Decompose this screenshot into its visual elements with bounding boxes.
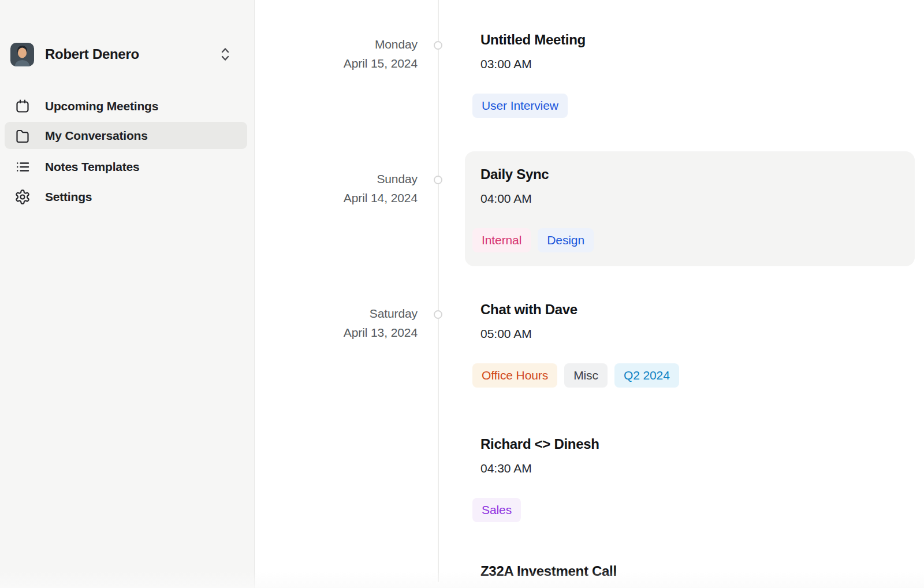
meeting-entry-daily-sync[interactable]: Daily Sync 04:00 AM Internal Design	[465, 151, 915, 266]
sidebar-item-notes-templates[interactable]: Notes Templates	[5, 153, 247, 180]
meeting-time: 04:30 AM	[480, 460, 599, 477]
meeting-tag[interactable]: Internal	[472, 228, 531, 252]
tag-row: Internal Design	[472, 228, 901, 252]
tag-row: Sales	[472, 498, 599, 522]
meeting-title: Daily Sync	[480, 165, 901, 184]
meeting-entry-richard-dinesh[interactable]: Richard <> Dinesh 04:30 AM Sales	[472, 435, 599, 522]
meeting-title: Chat with Dave	[480, 300, 679, 319]
sidebar-item-label: Settings	[45, 190, 92, 204]
list-icon	[14, 159, 31, 175]
avatar	[10, 43, 34, 66]
tag-row: User Interview	[472, 94, 586, 118]
conversations-timeline: Monday April 15, 2024 Sunday April 14, 2…	[255, 0, 924, 588]
meeting-tag[interactable]: Misc	[564, 363, 608, 388]
meeting-title: Richard <> Dinesh	[480, 435, 599, 453]
meeting-entry-z32a-investment-call[interactable]: Z32A Investment Call	[472, 562, 617, 580]
sidebar-item-upcoming-meetings[interactable]: Upcoming Meetings	[5, 92, 247, 120]
meeting-time: 05:00 AM	[480, 326, 679, 342]
meeting-tag[interactable]: Q2 2024	[614, 363, 679, 388]
date-group: Monday April 15, 2024	[255, 35, 418, 73]
day-label: Saturday	[255, 304, 418, 323]
tag-row: Office Hours Misc Q2 2024	[472, 363, 679, 388]
day-label: Monday	[255, 35, 418, 54]
gear-icon	[14, 189, 31, 205]
date-group: Sunday April 14, 2024	[255, 169, 418, 207]
date-label: April 13, 2024	[255, 323, 418, 342]
timeline-dot	[434, 176, 442, 184]
sidebar-item-label: My Conversations	[45, 129, 148, 143]
sidebar-item-my-conversations[interactable]: My Conversations	[5, 122, 247, 149]
meeting-tag[interactable]: Office Hours	[472, 363, 557, 388]
meeting-time: 04:00 AM	[480, 191, 901, 207]
meeting-title: Untitled Meeting	[480, 31, 586, 49]
date-group: Saturday April 13, 2024	[255, 304, 418, 342]
meeting-tag[interactable]: User Interview	[472, 94, 568, 118]
calendar-icon	[14, 98, 31, 114]
sidebar-item-label: Upcoming Meetings	[45, 99, 158, 113]
day-label: Sunday	[255, 169, 418, 188]
folder-icon	[14, 128, 31, 144]
user-profile-switcher[interactable]: Robert Denero	[10, 42, 244, 66]
timeline-dot	[434, 41, 442, 50]
sidebar-item-label: Notes Templates	[45, 160, 140, 174]
meeting-entry-untitled-meeting[interactable]: Untitled Meeting 03:00 AM User Interview	[472, 31, 586, 118]
meeting-tag[interactable]: Design	[538, 228, 594, 252]
meeting-entry-chat-with-dave[interactable]: Chat with Dave 05:00 AM Office Hours Mis…	[472, 300, 679, 388]
chevron-up-down-icon	[219, 46, 232, 62]
sidebar: Robert Denero Upcoming Meetings My Conve…	[0, 0, 255, 588]
meeting-time: 03:00 AM	[480, 56, 586, 72]
date-label: April 14, 2024	[255, 188, 418, 207]
timeline-line	[438, 0, 439, 582]
sidebar-item-settings[interactable]: Settings	[5, 183, 247, 210]
user-name: Robert Denero	[45, 46, 219, 62]
meeting-title: Z32A Investment Call	[480, 562, 617, 580]
timeline-dot	[434, 310, 442, 319]
meeting-tag[interactable]: Sales	[472, 498, 521, 522]
date-label: April 15, 2024	[255, 54, 418, 73]
